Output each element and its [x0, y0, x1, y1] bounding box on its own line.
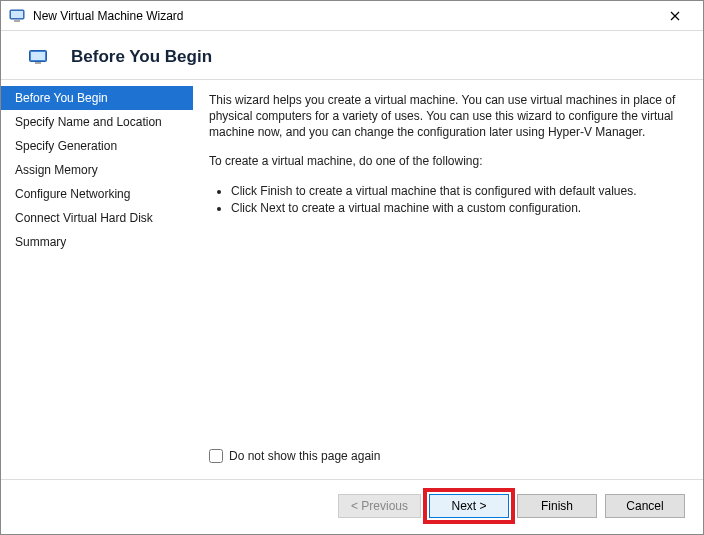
finish-button[interactable]: Finish: [517, 494, 597, 518]
svg-rect-4: [31, 52, 45, 60]
option-next: Click Next to create a virtual machine w…: [231, 200, 687, 217]
step-configure-networking[interactable]: Configure Networking: [1, 182, 193, 206]
content-area: Before You Begin Specify Name and Locati…: [1, 79, 703, 479]
option-finish: Click Finish to create a virtual machine…: [231, 183, 687, 200]
wizard-page-body: This wizard helps you create a virtual m…: [193, 80, 703, 479]
app-icon: [9, 8, 25, 24]
close-button[interactable]: [655, 2, 695, 30]
page-title: Before You Begin: [71, 47, 212, 67]
svg-rect-5: [35, 62, 41, 64]
intro-text: This wizard helps you create a virtual m…: [209, 92, 687, 141]
step-assign-memory[interactable]: Assign Memory: [1, 158, 193, 182]
do-not-show-label[interactable]: Do not show this page again: [229, 449, 380, 463]
step-specify-generation[interactable]: Specify Generation: [1, 134, 193, 158]
window-title: New Virtual Machine Wizard: [33, 9, 655, 23]
step-connect-vhd[interactable]: Connect Virtual Hard Disk: [1, 206, 193, 230]
wizard-icon: [29, 50, 47, 64]
wizard-steps-sidebar: Before You Begin Specify Name and Locati…: [1, 80, 193, 479]
svg-rect-1: [11, 11, 23, 18]
step-before-you-begin[interactable]: Before You Begin: [1, 86, 193, 110]
previous-button: < Previous: [338, 494, 421, 518]
wizard-footer: < Previous Next > Finish Cancel: [1, 479, 703, 534]
step-specify-name-location[interactable]: Specify Name and Location: [1, 110, 193, 134]
wizard-header: Before You Begin: [1, 31, 703, 79]
options-list: Click Finish to create a virtual machine…: [231, 183, 687, 217]
svg-rect-2: [14, 20, 20, 22]
prompt-text: To create a virtual machine, do one of t…: [209, 153, 687, 169]
do-not-show-row: Do not show this page again: [209, 449, 687, 469]
cancel-button[interactable]: Cancel: [605, 494, 685, 518]
next-button[interactable]: Next >: [429, 494, 509, 518]
titlebar: New Virtual Machine Wizard: [1, 1, 703, 31]
step-summary[interactable]: Summary: [1, 230, 193, 254]
do-not-show-checkbox[interactable]: [209, 449, 223, 463]
